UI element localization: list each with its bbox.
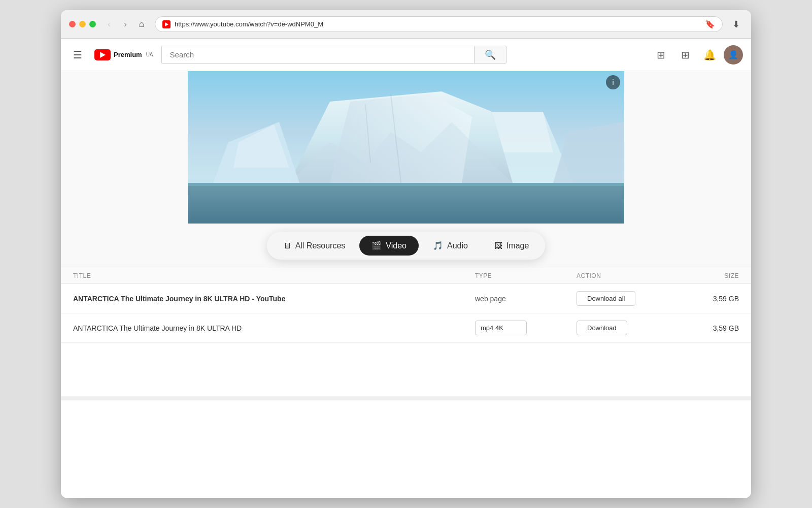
hamburger-menu[interactable]: ☰: [69, 45, 86, 65]
col-header-action: Action: [577, 272, 678, 279]
nav-buttons: ‹ › ⌂: [102, 17, 149, 31]
row-type-webpage: web page: [475, 295, 577, 303]
close-button[interactable]: [69, 21, 76, 27]
url-text: https://www.youtube.com/watch?v=de-wdNPM…: [175, 20, 323, 28]
audio-label: Audio: [447, 241, 468, 250]
download-all-button[interactable]: Download all: [577, 291, 635, 306]
row-size-video: 3,59 GB: [678, 324, 739, 332]
table-row: ANTARCTICA The Ultimate Journey in 8K UL…: [61, 284, 751, 313]
video-icon: 🎬: [371, 241, 382, 250]
all-resources-icon: 🖥: [283, 241, 291, 250]
iceberg-svg: [188, 71, 624, 224]
empty-area: [61, 396, 751, 498]
download-table: Title Type Action Size ANTARCTICA The Ul…: [61, 268, 751, 396]
table-row: ANTARCTICA The Ultimate Journey in 8K UL…: [61, 313, 751, 343]
search-submit-button[interactable]: 🔍: [474, 46, 506, 63]
bookmark-button[interactable]: 🔖: [705, 19, 715, 29]
traffic-lights: [69, 21, 96, 27]
filter-bar: 🖥 All Resources 🎬 Video 🎵 Audio 🖼 Image: [61, 224, 751, 268]
video-label: Video: [386, 241, 407, 250]
download-icon-button[interactable]: ⬇: [729, 17, 743, 31]
row-type-video: mp4 4K mp4 1080p mp4 720p mp4 480p: [475, 321, 577, 335]
grid-icon: ⊞: [681, 49, 690, 61]
search-input[interactable]: [162, 46, 474, 63]
svg-rect-1: [188, 183, 624, 224]
svg-rect-2: [188, 183, 624, 186]
youtube-logo: Premium UA: [94, 49, 153, 60]
row-action-video: Download: [577, 321, 678, 335]
type-select[interactable]: mp4 4K mp4 1080p mp4 720p mp4 480p: [475, 321, 527, 335]
download-button[interactable]: Download: [577, 321, 627, 335]
back-button[interactable]: ‹: [102, 17, 116, 31]
col-header-title: Title: [73, 272, 475, 279]
col-header-size: Size: [678, 272, 739, 279]
row-action-webpage: Download all: [577, 291, 678, 306]
app-bar: ☰ Premium UA 🔍 ⊞ ⊞ 🔔 👤: [61, 39, 751, 71]
table-header: Title Type Action Size: [61, 268, 751, 284]
filter-popup: 🖥 All Resources 🎬 Video 🎵 Audio 🖼 Image: [267, 232, 546, 260]
row-title-webpage: ANTARCTICA The Ultimate Journey in 8K UL…: [73, 295, 475, 303]
type-dropdown: mp4 4K mp4 1080p mp4 720p mp4 480p: [475, 321, 577, 335]
filter-video[interactable]: 🎬 Video: [359, 236, 419, 256]
main-content: i 🖥 All Resources 🎬 Video 🎵 Audio: [61, 71, 751, 498]
filter-image[interactable]: 🖼 Image: [482, 236, 541, 256]
row-size-webpage: 3,59 GB: [678, 295, 739, 303]
minimize-button[interactable]: [79, 21, 86, 27]
grid-view-button[interactable]: ⊞: [675, 45, 695, 65]
locale-badge: UA: [146, 52, 153, 57]
image-icon: 🖼: [494, 241, 502, 250]
all-resources-label: All Resources: [295, 241, 346, 250]
video-info-button[interactable]: i: [606, 75, 620, 89]
video-container: i: [188, 71, 624, 224]
create-button[interactable]: ⊞: [651, 45, 671, 65]
search-bar: 🔍: [161, 46, 506, 64]
address-bar[interactable]: https://www.youtube.com/watch?v=de-wdNPM…: [155, 16, 723, 32]
forward-button[interactable]: ›: [118, 17, 132, 31]
create-icon: ⊞: [657, 49, 665, 61]
youtube-premium-text: Premium: [114, 51, 142, 58]
browser-window: ‹ › ⌂ https://www.youtube.com/watch?v=de…: [61, 10, 751, 498]
app-bar-right: ⊞ ⊞ 🔔 👤: [651, 45, 743, 65]
bell-icon: 🔔: [703, 49, 716, 61]
site-favicon: [162, 20, 171, 28]
row-title-video: ANTARCTICA The Ultimate Journey in 8K UL…: [73, 324, 475, 332]
audio-icon: 🎵: [433, 241, 443, 250]
home-button[interactable]: ⌂: [134, 17, 149, 31]
maximize-button[interactable]: [89, 21, 96, 27]
filter-audio[interactable]: 🎵 Audio: [421, 236, 480, 256]
title-bar: ‹ › ⌂ https://www.youtube.com/watch?v=de…: [61, 10, 751, 39]
user-avatar[interactable]: 👤: [724, 45, 743, 65]
image-label: Image: [506, 241, 529, 250]
youtube-logo-icon: [94, 49, 111, 60]
video-thumbnail: i: [188, 71, 624, 224]
filter-all-resources[interactable]: 🖥 All Resources: [271, 236, 358, 256]
col-header-type: Type: [475, 272, 577, 279]
notifications-button[interactable]: 🔔: [699, 45, 720, 65]
